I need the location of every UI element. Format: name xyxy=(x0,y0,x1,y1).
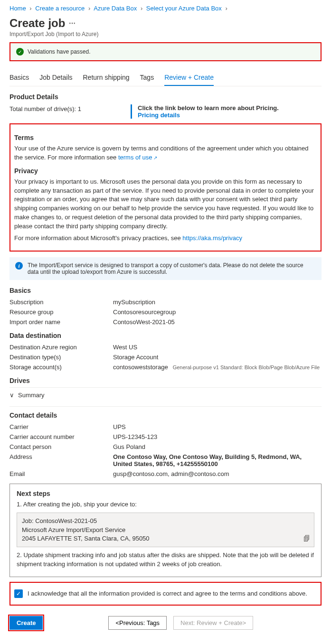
carrier-label: Carrier xyxy=(9,423,113,430)
address-label: Address xyxy=(9,453,113,460)
divider xyxy=(9,406,322,407)
dest-region-value: West US xyxy=(113,344,322,351)
chevron-right-icon: › xyxy=(88,5,90,12)
data-destination-heading: Data destination xyxy=(9,332,322,339)
email-label: Email xyxy=(9,470,113,477)
next-steps-step2: 2. Update shipment tracking info and job… xyxy=(17,551,314,569)
drives-summary-toggle[interactable]: ∨ Summary xyxy=(9,387,322,402)
copy-icon[interactable]: 🗐 xyxy=(303,534,310,544)
tab-job-details[interactable]: Job Details xyxy=(39,70,72,86)
drives-heading: Drives xyxy=(9,377,322,384)
check-icon: ✓ xyxy=(16,48,24,56)
dest-type-value: Storage Account xyxy=(113,354,322,361)
import-order-value: ContosoWest-2021-05 xyxy=(113,318,322,326)
breadcrumb-select-data-box[interactable]: Select your Azure Data Box xyxy=(146,5,222,12)
ship-address-block: Job: ContosoWest-2021-05 Microsoft Azure… xyxy=(17,513,314,547)
chevron-right-icon: › xyxy=(141,5,142,12)
pricing-details-link[interactable]: Pricing details xyxy=(138,112,180,119)
chevron-down-icon: ∨ xyxy=(9,392,14,399)
acknowledge-label: I acknowledge that all the information p… xyxy=(28,589,307,598)
subscription-label: Subscription xyxy=(9,299,113,306)
info-banner-text: The Import/Export service is designed to… xyxy=(28,262,316,275)
pricing-callout: Click the link below to learn more about… xyxy=(131,104,279,119)
basics-heading: Basics xyxy=(9,287,322,294)
page-title: Create job ⋯ xyxy=(9,17,322,30)
tab-review-create[interactable]: Review + Create xyxy=(164,70,214,86)
contact-person-label: Contact person xyxy=(9,443,113,450)
next-button: Next: Review + Create> xyxy=(173,616,253,630)
storage-account-label: Storage account(s) xyxy=(9,364,113,371)
ship-line3: 2045 LAFAYETTE ST, Santa Clara, CA, 9505… xyxy=(22,534,309,543)
pricing-prompt: Click the link below to learn more about… xyxy=(138,104,279,112)
dest-region-label: Destination Azure region xyxy=(9,344,113,351)
subscription-value: mySubscription xyxy=(113,299,322,306)
next-steps-box: Next steps 1. After creating the job, sh… xyxy=(9,484,322,577)
breadcrumb-home[interactable]: Home xyxy=(9,5,26,12)
breadcrumb-create-resource[interactable]: Create a resource xyxy=(35,5,85,12)
storage-account-meta: General-purpose v1 Standard: Block Blob/… xyxy=(173,364,320,370)
drives-count: Total number of drive(s): 1 xyxy=(9,104,131,119)
page-subtitle: Import/Export Job (Import to Azure) xyxy=(9,31,322,37)
storage-account-value: contosoweststorageGeneral-purpose v1 Sta… xyxy=(113,364,322,371)
chevron-right-icon: › xyxy=(29,5,31,12)
next-steps-step1: 1. After creating the job, ship your dev… xyxy=(17,500,314,509)
dest-type-label: Destination type(s) xyxy=(9,354,113,361)
contact-heading: Contact details xyxy=(9,411,322,419)
ship-line1: Job: ContosoWest-2021-05 xyxy=(22,517,309,525)
terms-heading: Terms xyxy=(14,134,317,141)
ship-line2: Microsoft Azure Import/Export Service xyxy=(22,526,309,534)
privacy-heading: Privacy xyxy=(14,167,317,175)
carrier-value: UPS xyxy=(113,423,322,430)
info-icon: i xyxy=(15,262,23,270)
privacy-body-1: Your privacy is important to us. Microso… xyxy=(14,177,317,231)
terms-body: Your use of the Azure service is govern … xyxy=(14,144,317,162)
more-menu-icon[interactable]: ⋯ xyxy=(69,19,76,27)
product-details-heading: Product Details xyxy=(9,93,322,101)
breadcrumb: Home › Create a resource › Azure Data Bo… xyxy=(9,4,322,15)
privacy-body-2: For more information about Microsoft's p… xyxy=(14,234,317,243)
chevron-right-icon: › xyxy=(225,5,227,12)
footer-actions: Create <Previous: Tags Next: Review + Cr… xyxy=(9,616,322,630)
validation-message: Validations have passed. xyxy=(28,48,91,55)
previous-button[interactable]: <Previous: Tags xyxy=(108,616,167,630)
privacy-link[interactable]: https://aka.ms/privacy xyxy=(182,234,242,242)
terms-privacy-block: Terms Your use of the Azure service is g… xyxy=(9,123,322,252)
create-button[interactable]: Create xyxy=(9,616,43,630)
acknowledge-block: ✓ I acknowledge that all the information… xyxy=(9,582,322,606)
carrier-account-value: UPS-12345-123 xyxy=(113,433,322,440)
address-value: One Contoso Way, One Contoso Way, Buildi… xyxy=(113,453,322,467)
resource-group-label: Resource group xyxy=(9,308,113,316)
tab-return-shipping[interactable]: Return shipping xyxy=(83,70,130,86)
import-order-label: Import order name xyxy=(9,318,113,326)
tab-tags[interactable]: Tags xyxy=(140,70,154,86)
contact-person-value: Gus Poland xyxy=(113,443,322,450)
carrier-account-label: Carrier account number xyxy=(9,433,113,440)
drives-summary-label: Summary xyxy=(18,392,45,399)
info-banner: i The Import/Export service is designed … xyxy=(9,257,322,280)
acknowledge-checkbox[interactable]: ✓ xyxy=(14,589,23,598)
terms-of-use-link[interactable]: terms of use xyxy=(118,154,157,161)
tabs: Basics Job Details Return shipping Tags … xyxy=(9,70,322,86)
validation-banner: ✓ Validations have passed. xyxy=(9,42,322,61)
email-value: gusp@contoso.com, admin@contoso.com xyxy=(113,470,322,477)
next-steps-heading: Next steps xyxy=(17,490,314,497)
resource-group-value: Contosoresourcegroup xyxy=(113,308,322,316)
breadcrumb-azure-data-box[interactable]: Azure Data Box xyxy=(94,5,137,12)
tab-basics[interactable]: Basics xyxy=(9,70,29,86)
